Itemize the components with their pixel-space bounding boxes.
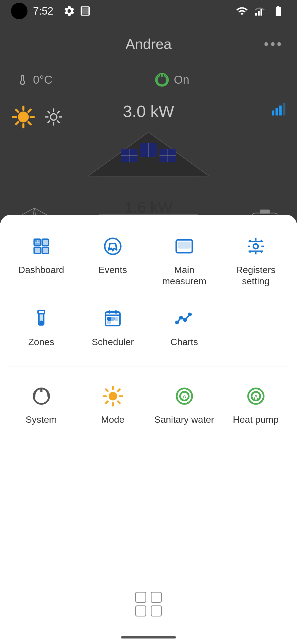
svg-text:A: A — [254, 393, 258, 401]
sanitary-water-label: Sanitary water — [154, 414, 214, 425]
svg-line-20 — [57, 121, 59, 122]
registers-setting-label: Registers setting — [226, 264, 286, 287]
info-row: 0°C On — [0, 66, 297, 94]
house-kw-value: 1.6 kW — [125, 198, 172, 216]
menu-item-scheduler[interactable]: Scheduler — [80, 298, 146, 356]
sun-large-icon — [11, 105, 36, 129]
bottom-sheet: Dashboard Events — [0, 215, 297, 644]
zones-icon — [29, 306, 54, 331]
svg-point-79 — [184, 319, 186, 321]
svg-rect-0 — [255, 13, 257, 16]
sim-icon — [80, 5, 91, 17]
main-measurement-label: Main measurem — [154, 264, 215, 287]
svg-line-19 — [48, 111, 50, 113]
signal-strength-icon — [254, 5, 265, 17]
svg-line-22 — [57, 111, 59, 113]
battery-icon — [271, 5, 286, 17]
svg-line-88 — [106, 389, 108, 391]
svg-point-80 — [189, 313, 191, 316]
house-diagram: 1.6 kW — [88, 127, 209, 221]
menu-item-main-measurement[interactable]: Main measurem — [151, 226, 217, 295]
wifi-icon — [235, 5, 249, 17]
svg-rect-60 — [35, 240, 37, 242]
charts-label: Charts — [170, 336, 198, 348]
svg-point-65 — [253, 244, 258, 249]
menu-item-charts[interactable]: Charts — [151, 298, 217, 356]
svg-rect-2 — [260, 9, 262, 15]
scheduler-label: Scheduler — [92, 336, 134, 348]
svg-point-78 — [180, 316, 182, 319]
svg-rect-1 — [258, 11, 260, 16]
main-menu-grid: Dashboard Events — [8, 226, 289, 295]
events-icon — [100, 234, 125, 259]
nav-dot-4[interactable] — [151, 605, 162, 616]
svg-line-11 — [29, 122, 31, 124]
registers-setting-icon — [243, 234, 268, 259]
sun-small-icon — [44, 107, 63, 127]
secondary-menu-grid: Zones Scheduler — [8, 298, 289, 356]
temperature-display: 0°C — [16, 73, 53, 86]
thermometer-icon — [16, 74, 29, 86]
quick-item-mode[interactable]: Mode — [80, 375, 146, 433]
menu-item-dashboard[interactable]: Dashboard — [8, 226, 74, 295]
svg-rect-26 — [283, 103, 285, 116]
menu-item-events[interactable]: Events — [80, 226, 146, 295]
settings-icon — [63, 5, 75, 17]
power-status-value: On — [174, 73, 189, 86]
nav-dots-row-2 — [135, 605, 162, 616]
svg-rect-51 — [260, 209, 270, 214]
solar-kw-value: 3.0 kW — [123, 102, 174, 121]
menu-item-registers-setting[interactable]: Registers setting — [223, 226, 289, 295]
menu-item-zones[interactable]: Zones — [8, 298, 74, 356]
scheduler-icon — [100, 306, 125, 331]
mode-label: Mode — [101, 414, 124, 425]
sun-icons — [11, 105, 63, 129]
nav-dot-1[interactable] — [135, 592, 146, 603]
svg-text:A: A — [182, 393, 187, 401]
svg-point-71 — [40, 321, 43, 324]
svg-rect-74 — [112, 318, 114, 320]
bottom-navigation-dots — [135, 592, 162, 616]
svg-line-21 — [48, 121, 50, 122]
main-measurement-icon — [172, 234, 197, 259]
sanitary-water-icon: A — [172, 384, 197, 408]
camera-hole — [11, 3, 28, 19]
status-icons — [63, 5, 91, 17]
power-icon — [155, 72, 169, 87]
heat-pump-icon: A — [243, 384, 268, 408]
nav-dot-3[interactable] — [135, 605, 146, 616]
svg-rect-76 — [108, 321, 111, 324]
home-indicator — [121, 636, 176, 638]
svg-rect-24 — [276, 108, 278, 116]
quick-item-sanitary-water[interactable]: A Sanitary water — [151, 375, 217, 433]
svg-rect-64 — [179, 242, 190, 248]
svg-line-90 — [106, 401, 108, 403]
nav-dot-2[interactable] — [151, 592, 162, 603]
status-time: 7:52 — [33, 5, 53, 17]
svg-line-10 — [16, 110, 18, 112]
quick-actions-grid: System — [8, 375, 289, 433]
svg-rect-23 — [272, 111, 274, 116]
svg-line-12 — [16, 122, 18, 124]
svg-rect-75 — [115, 318, 118, 320]
nav-dots-row-1 — [135, 592, 162, 603]
svg-point-14 — [50, 114, 57, 120]
svg-point-83 — [108, 392, 117, 400]
signal-bars-icon — [271, 102, 286, 120]
header-area: Andrea ••• — [0, 22, 297, 66]
dashboard-label: Dashboard — [18, 264, 64, 275]
status-bar-right — [235, 5, 286, 17]
svg-rect-62 — [35, 243, 40, 245]
zones-label: Zones — [28, 336, 54, 348]
svg-line-89 — [118, 401, 120, 403]
empty-slot — [223, 298, 289, 356]
quick-item-heat-pump[interactable]: A Heat pump — [223, 375, 289, 433]
more-options-button[interactable]: ••• — [264, 36, 283, 52]
status-bar: 7:52 — [0, 0, 297, 22]
dashboard-icon — [29, 234, 54, 259]
svg-rect-73 — [108, 318, 111, 320]
system-icon — [29, 384, 54, 408]
system-label: System — [26, 414, 57, 425]
quick-item-system[interactable]: System — [8, 375, 74, 433]
charts-icon — [172, 306, 197, 331]
